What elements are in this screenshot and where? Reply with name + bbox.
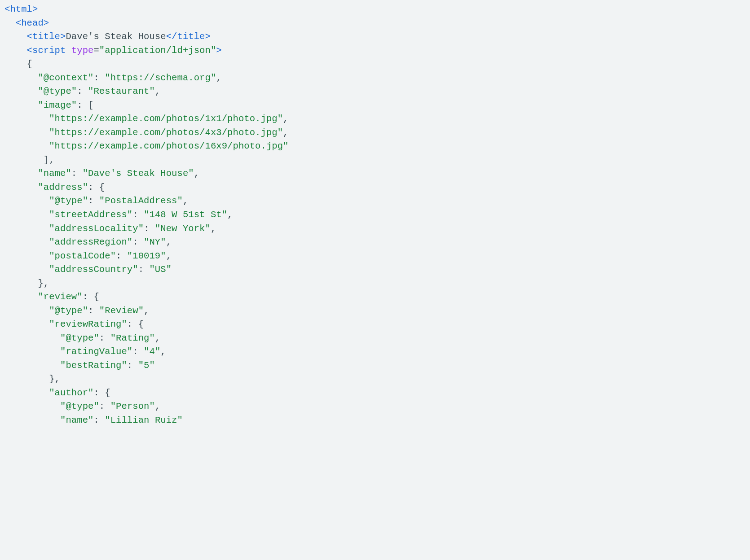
code-token: <title>	[27, 31, 66, 42]
code-token: "4"	[144, 346, 160, 357]
code-token: "Lillian Ruiz"	[105, 415, 183, 425]
code-token	[4, 346, 60, 357]
code-token	[4, 401, 60, 411]
code-token: ,	[144, 306, 149, 316]
code-token: : [	[77, 100, 93, 110]
code-token: =	[93, 45, 99, 56]
code-token	[4, 73, 38, 83]
code-token	[4, 18, 16, 28]
code-token: :	[93, 73, 105, 83]
code-token	[4, 168, 38, 179]
code-token	[4, 333, 60, 343]
code-token: "image"	[38, 100, 77, 110]
code-token	[4, 127, 49, 138]
code-token: "address"	[38, 182, 88, 192]
code-token: ,	[166, 251, 172, 261]
code-token	[66, 45, 71, 56]
code-token: : {	[127, 319, 144, 329]
code-token: ],	[4, 155, 55, 165]
code-token: :	[93, 415, 105, 425]
code-token: "PostalAddress"	[99, 196, 183, 206]
code-token: :	[132, 237, 144, 247]
code-token: "NY"	[144, 237, 166, 247]
code-token: "@context"	[38, 73, 93, 83]
code-token	[4, 223, 49, 234]
code-token	[4, 114, 49, 124]
code-token	[4, 182, 38, 192]
code-token: "@type"	[38, 86, 77, 96]
code-token: "name"	[60, 415, 93, 425]
code-token: ,	[283, 114, 288, 124]
code-token: Dave's Steak House	[66, 31, 166, 42]
code-token	[4, 388, 49, 398]
code-token: ,	[155, 333, 160, 343]
code-token: "@type"	[60, 401, 99, 411]
code-token: },	[4, 278, 49, 289]
code-token: "Person"	[110, 401, 155, 411]
code-token: "US"	[149, 264, 172, 275]
code-token: "reviewRating"	[49, 319, 127, 329]
code-token: "addressLocality"	[49, 223, 144, 234]
code-token: "addressCountry"	[49, 264, 138, 275]
code-token: "@type"	[49, 196, 88, 206]
code-token: :	[132, 210, 144, 220]
code-token	[4, 141, 49, 151]
code-token	[4, 100, 38, 110]
code-token: ,	[155, 401, 160, 411]
code-token: "https://example.com/photos/4x3/photo.jp…	[49, 127, 283, 138]
code-token: <head>	[16, 18, 49, 28]
code-token: ,	[211, 223, 216, 234]
code-token	[4, 210, 49, 220]
code-token	[4, 45, 27, 56]
code-token: "Dave's Steak House"	[83, 168, 194, 179]
code-token	[4, 251, 49, 261]
code-token: ,	[227, 210, 233, 220]
code-token: "streetAddress"	[49, 210, 132, 220]
code-token: type	[71, 45, 94, 56]
code-token: ,	[216, 73, 221, 83]
code-token: "Rating"	[110, 333, 155, 343]
code-token: "postalCode"	[49, 251, 116, 261]
code-token	[4, 237, 49, 247]
code-token: :	[127, 360, 138, 371]
code-token: :	[99, 333, 110, 343]
code-token: ,	[166, 237, 172, 247]
code-token: "https://example.com/photos/1x1/photo.jp…	[49, 114, 283, 124]
code-token: :	[132, 346, 144, 357]
code-token: "application/ld+json"	[99, 45, 216, 56]
code-token: "10019"	[127, 251, 166, 261]
code-token: <html>	[4, 4, 38, 14]
code-token: :	[77, 86, 88, 96]
code-token	[4, 31, 27, 42]
code-token: :	[88, 196, 99, 206]
code-token	[4, 319, 49, 329]
code-token: :	[116, 251, 127, 261]
code-token	[4, 306, 49, 316]
code-token: "ratingValue"	[60, 346, 132, 357]
code-token: "5"	[138, 360, 155, 371]
code-token: "https://example.com/photos/16x9/photo.j…	[49, 141, 288, 151]
code-token: ,	[155, 86, 160, 96]
code-token: :	[88, 306, 99, 316]
code-token	[4, 264, 49, 275]
code-token: "@type"	[49, 306, 88, 316]
code-token: : {	[83, 292, 99, 302]
code-token: :	[71, 168, 83, 179]
code-token	[4, 86, 38, 96]
code-token: "bestRating"	[60, 360, 127, 371]
code-token: ,	[183, 196, 188, 206]
code-token: :	[99, 401, 110, 411]
code-token: >	[216, 45, 221, 56]
code-token: "Review"	[99, 306, 144, 316]
code-token: </title>	[166, 31, 211, 42]
code-token: :	[138, 264, 150, 275]
code-token	[4, 292, 38, 302]
code-token: ,	[194, 168, 199, 179]
code-token: "148 W 51st St"	[144, 210, 227, 220]
code-token: "addressRegion"	[49, 237, 132, 247]
code-token: "New York"	[155, 223, 211, 234]
code-token: "Restaurant"	[88, 86, 155, 96]
code-token: <script	[27, 45, 66, 56]
code-token: "name"	[38, 168, 71, 179]
code-token: {	[4, 59, 32, 69]
